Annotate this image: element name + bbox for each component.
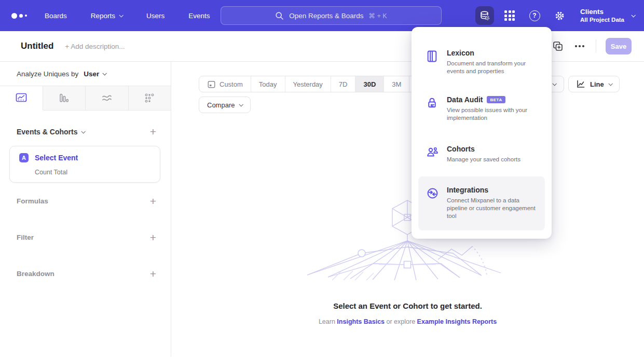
- help-icon: ?: [529, 10, 540, 21]
- bar-chart-icon: [59, 93, 69, 103]
- tab-bar-chart[interactable]: [43, 86, 86, 110]
- integrations-icon: [426, 183, 439, 224]
- chart-type-label: Line: [590, 80, 604, 88]
- tab-flow-chart[interactable]: [86, 86, 129, 110]
- nav-item-boards[interactable]: Boards: [45, 12, 67, 20]
- analyze-by-dropdown[interactable]: User: [84, 70, 106, 78]
- date-range-30d[interactable]: 30D: [355, 76, 384, 92]
- mixpanel-logo-icon[interactable]: [11, 13, 32, 19]
- add-filter-button[interactable]: +: [150, 232, 156, 243]
- menu-item-title: Integrations: [447, 186, 488, 194]
- analyze-uniques-row: Analyze Uniques by User: [17, 62, 160, 86]
- add-breakdown-button[interactable]: +: [150, 268, 156, 279]
- line-chart-icon: [16, 93, 27, 103]
- search-shortcut: ⌘ + K: [369, 12, 387, 20]
- formulas-section: Formulas +: [17, 196, 156, 207]
- settings-button[interactable]: [550, 6, 569, 25]
- top-navbar: Boards Reports Users Events Open Reports…: [0, 0, 644, 31]
- data-management-button[interactable]: [475, 6, 494, 25]
- count-total-dropdown[interactable]: Count Total: [35, 169, 67, 176]
- date-range-label: 3M: [392, 80, 401, 88]
- compare-button[interactable]: Compare: [199, 97, 251, 113]
- chevron-down-icon: [631, 13, 635, 17]
- or-explore-text: or explore: [387, 318, 416, 325]
- beta-badge: BETA: [487, 96, 505, 103]
- empty-state-title: Select an Event or Cohort to get started…: [171, 301, 644, 310]
- nav-item-reports[interactable]: Reports: [91, 12, 122, 20]
- more-options-icon[interactable]: [573, 43, 586, 49]
- duplicate-icon[interactable]: [552, 40, 564, 52]
- date-range-custom[interactable]: Custom: [199, 76, 251, 92]
- add-event-button[interactable]: +: [150, 126, 156, 137]
- date-range-label: Today: [259, 80, 277, 88]
- date-range-label: Custom: [220, 80, 243, 88]
- select-event-link[interactable]: Select Event: [35, 154, 78, 162]
- navbar-right-actions: ? Clients All Project Data: [475, 0, 635, 31]
- menu-item-title: Data Audit: [447, 95, 483, 104]
- date-range-label: Yesterday: [293, 80, 323, 88]
- save-button[interactable]: Save: [606, 38, 632, 54]
- nav-item-users[interactable]: Users: [146, 12, 165, 20]
- date-range-3m[interactable]: 3M: [384, 76, 409, 92]
- events-cohorts-label: Events & Cohorts: [17, 128, 77, 136]
- nav-item-label: Events: [188, 12, 210, 20]
- nav-item-events[interactable]: Events: [188, 12, 210, 20]
- analyze-label: Analyze Uniques by: [17, 70, 78, 78]
- event-card[interactable]: A Select Event Count Total: [9, 146, 160, 183]
- breakdown-label: Breakdown: [17, 270, 54, 278]
- breakdown-section: Breakdown +: [17, 268, 156, 279]
- tab-metric[interactable]: [129, 86, 171, 110]
- calendar-icon: [207, 80, 216, 89]
- add-formula-button[interactable]: +: [150, 196, 156, 207]
- insights-basics-link[interactable]: Insights Basics: [337, 318, 385, 325]
- date-range-7d[interactable]: 7D: [331, 76, 356, 92]
- chevron-down-icon: [81, 129, 86, 133]
- help-button[interactable]: ?: [525, 6, 544, 25]
- add-description-field[interactable]: + Add description...: [65, 43, 125, 50]
- grid-icon: [504, 10, 515, 21]
- mixpanel-insights-app: Boards Reports Users Events Open Reports…: [0, 0, 644, 357]
- search-icon: [275, 11, 284, 20]
- learn-prefix: Learn: [319, 318, 335, 325]
- apps-grid-button[interactable]: [500, 6, 519, 25]
- report-canvas: Custom Today Yesterday 7D 30D 3M 6M Comp…: [171, 62, 644, 356]
- date-range-more-chevron[interactable]: [552, 81, 556, 86]
- report-title[interactable]: Untitled: [21, 41, 53, 51]
- menu-item-integrations[interactable]: Integrations Connect Mixpanel to a data …: [418, 176, 545, 230]
- chart-type-button[interactable]: Line: [568, 76, 620, 92]
- events-cohorts-dropdown[interactable]: Events & Cohorts: [17, 128, 85, 136]
- nav-item-label: Boards: [45, 12, 67, 20]
- menu-item-description: Connect Mixpanel to a data pipeline or c…: [447, 197, 541, 220]
- chevron-down-icon: [103, 71, 107, 75]
- chevron-down-icon: [608, 81, 612, 86]
- tab-line-chart[interactable]: [0, 86, 43, 110]
- menu-item-description: View possible issues with your implement…: [447, 106, 541, 122]
- org-name: Clients: [580, 7, 624, 17]
- database-gear-icon: [479, 10, 490, 21]
- menu-item-cohorts[interactable]: Cohorts Manage your saved cohorts: [418, 139, 545, 170]
- project-name: All Project Data: [580, 16, 624, 24]
- help-glyph: ?: [532, 12, 536, 19]
- date-range-label: 7D: [339, 80, 348, 88]
- date-range-label: 30D: [363, 80, 376, 88]
- compare-label: Compare: [207, 101, 235, 109]
- menu-item-lexicon[interactable]: Lexicon Document and transform your even…: [418, 43, 545, 81]
- metric-dots-icon: [144, 93, 155, 103]
- formulas-label: Formulas: [17, 197, 48, 205]
- report-actions: Save: [552, 38, 632, 54]
- chart-type-tabs: [0, 86, 171, 111]
- menu-item-data-audit[interactable]: Data Audit BETA View possible issues wit…: [418, 89, 545, 128]
- filter-label: Filter: [17, 234, 34, 241]
- cohorts-icon: [426, 145, 439, 163]
- menu-item-description: Document and transform your events and p…: [447, 60, 541, 75]
- query-builder-sidebar: Analyze Uniques by User: [0, 62, 171, 356]
- example-insights-reports-link[interactable]: Example Insights Reports: [417, 318, 497, 325]
- event-badge: A: [19, 153, 29, 162]
- date-range-yesterday[interactable]: Yesterday: [285, 76, 331, 92]
- project-selector[interactable]: Clients All Project Data: [580, 7, 635, 24]
- nav-item-label: Reports: [91, 12, 115, 20]
- global-search-input[interactable]: Open Reports & Boards ⌘ + K: [221, 6, 442, 25]
- analyze-value: User: [84, 70, 99, 78]
- search-placeholder: Open Reports & Boards: [289, 12, 363, 20]
- date-range-today[interactable]: Today: [251, 76, 285, 92]
